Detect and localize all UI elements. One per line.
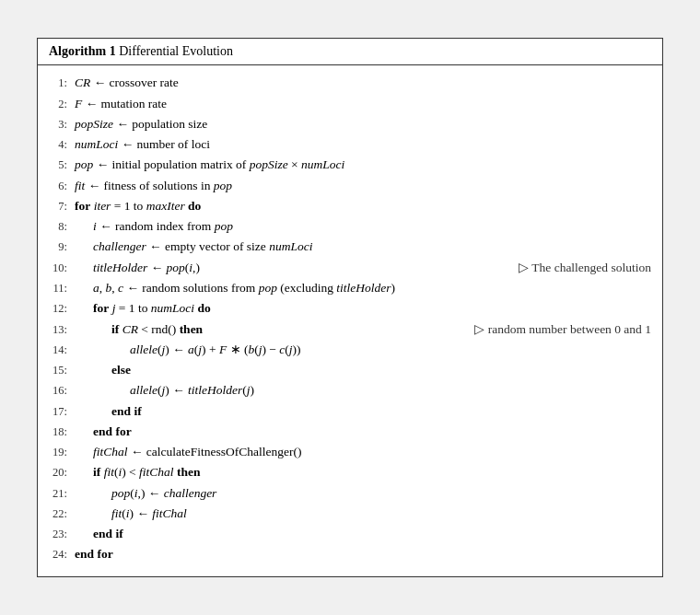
line-6: 6: fit ← fitness of solutions in pop [49,176,651,196]
line-content-12: for j = 1 to numLoci do [75,298,651,319]
line-content-6: fit ← fitness of solutions in pop [75,176,651,196]
line-10: 10: titleHolder ← pop(i,) ▷ The challeng… [49,258,651,278]
line-num-2: 2: [49,95,75,114]
line-2: 2: F ← mutation rate [49,94,651,114]
comment-10: ▷ The challenged solution [500,258,651,278]
line-num-10: 10: [49,259,75,278]
line-content-14: allele(j) ← a(j) + F ∗ (b(j) − c(j)) [75,340,651,360]
line-19: 19: fitChal ← calculateFitnessOfChalleng… [49,442,651,462]
line-num-8: 8: [49,217,75,237]
line-num-6: 6: [49,177,75,196]
line-content-11: a, b, c ← random solutions from pop (exc… [75,278,651,298]
line-num-16: 16: [49,381,75,400]
line-18: 18: end for [49,422,651,442]
line-3: 3: popSize ← population size [49,114,651,134]
line-21: 21: pop(i,) ← challenger [49,483,651,504]
line-24: 24: end for [49,544,651,564]
line-num-19: 19: [49,443,75,462]
line-content-19: fitChal ← calculateFitnessOfChallenger() [75,442,651,462]
line-num-22: 22: [49,505,75,524]
line-content-2: F ← mutation rate [75,94,651,114]
line-5: 5: pop ← initial population matrix of po… [49,155,651,175]
algorithm-header: Algorithm 1 Differential Evolution [38,39,662,65]
line-14: 14: allele(j) ← a(j) + F ∗ (b(j) − c(j)) [49,340,651,360]
line-content-3: popSize ← population size [75,114,651,134]
line-content-9: challenger ← empty vector of size numLoc… [75,237,651,257]
line-7: 7: for iter = 1 to maxIter do [49,196,651,216]
algorithm-body: 1: CR ← crossover rate 2: F ← mutation r… [38,65,662,575]
line-num-7: 7: [49,197,75,216]
line-1: 1: CR ← crossover rate [49,73,651,93]
comment-13: ▷ random number between 0 and 1 [456,319,651,340]
algorithm-title: Differential Evolution [119,44,233,58]
line-13: 13: if CR < rnd() then ▷ random number b… [49,319,651,340]
line-22: 22: fit(i) ← fitChal [49,504,651,524]
algorithm-box: Algorithm 1 Differential Evolution 1: CR… [37,38,663,576]
line-num-15: 15: [49,361,75,380]
line-content-21: pop(i,) ← challenger [75,483,651,504]
line-content-17: end if [75,401,651,422]
line-num-5: 5: [49,156,75,175]
line-content-24: end for [75,544,651,564]
line-content-18: end for [75,422,651,442]
line-content-20: if fit(i) < fitChal then [75,462,651,482]
line-content-16: allele(j) ← titleHolder(j) [75,380,651,400]
line-num-21: 21: [49,484,75,504]
line-num-23: 23: [49,525,75,544]
line-20: 20: if fit(i) < fitChal then [49,462,651,482]
line-content-15: else [75,360,651,380]
line-8: 8: i ← random index from pop [49,216,651,237]
line-num-9: 9: [49,238,75,257]
line-4: 4: numLoci ← number of loci [49,134,651,155]
line-num-20: 20: [49,463,75,482]
line-15: 15: else [49,360,651,380]
line-content-8: i ← random index from pop [75,216,651,237]
line-17: 17: end if [49,401,651,422]
algorithm-label: Algorithm 1 [49,44,116,58]
line-9: 9: challenger ← empty vector of size num… [49,237,651,257]
line-23: 23: end if [49,524,651,544]
line-num-18: 18: [49,423,75,442]
line-num-4: 4: [49,135,75,155]
line-num-24: 24: [49,545,75,564]
line-num-1: 1: [49,74,75,93]
line-num-3: 3: [49,115,75,134]
line-11: 11: a, b, c ← random solutions from pop … [49,278,651,298]
line-num-13: 13: [49,320,75,340]
line-content-22: fit(i) ← fitChal [75,504,651,524]
line-num-12: 12: [49,299,75,319]
line-content-1: CR ← crossover rate [75,73,651,93]
line-num-14: 14: [49,341,75,360]
line-content-10: titleHolder ← pop(i,) ▷ The challenged s… [75,258,651,278]
line-content-23: end if [75,524,651,544]
line-content-4: numLoci ← number of loci [75,134,651,155]
line-content-13: if CR < rnd() then ▷ random number betwe… [75,319,651,340]
line-12: 12: for j = 1 to numLoci do [49,298,651,319]
line-16: 16: allele(j) ← titleHolder(j) [49,380,651,400]
line-num-17: 17: [49,402,75,422]
line-num-11: 11: [49,279,75,298]
line-content-5: pop ← initial population matrix of popSi… [75,155,651,175]
line-content-7: for iter = 1 to maxIter do [75,196,651,216]
